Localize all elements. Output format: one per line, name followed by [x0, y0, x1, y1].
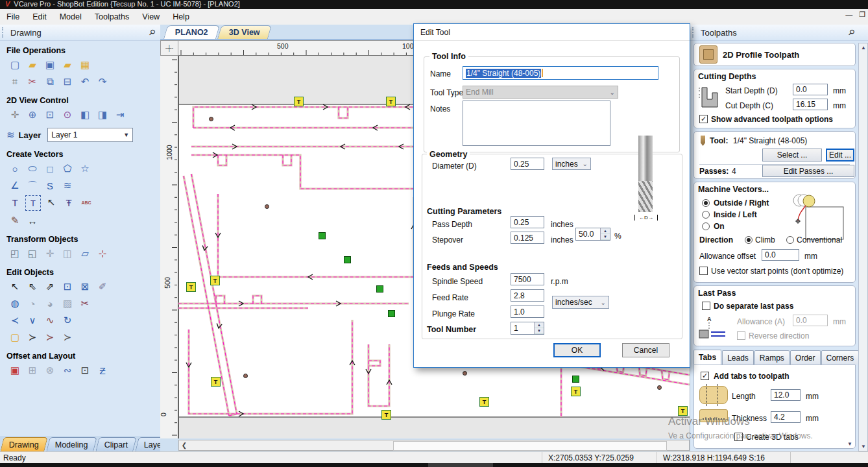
draw-ellipse-icon[interactable]: ⬭ — [25, 162, 40, 176]
layer-select[interactable]: Layer 1▼ — [47, 128, 133, 142]
stepover-input[interactable]: 0.125 — [511, 232, 544, 244]
drill-point-marker[interactable] — [243, 374, 248, 378]
paste-icon[interactable]: ⊟ — [60, 75, 75, 89]
import-file-icon[interactable]: ▰ — [60, 58, 75, 72]
redo-icon[interactable]: ↷ — [95, 75, 110, 89]
alignment-tools-icon[interactable]: ⊹ — [95, 246, 110, 261]
dimension-icon[interactable]: ↔ — [25, 213, 40, 228]
stepover-percent-spinner[interactable]: 50.0 ▲▼ — [575, 228, 610, 241]
tab-marker[interactable]: T — [381, 410, 391, 420]
start-point-marker[interactable] — [388, 310, 395, 317]
tab-marker[interactable]: T — [571, 387, 581, 396]
scroll-down-icon[interactable]: ▼ — [861, 444, 866, 449]
draw-star-icon[interactable]: ☆ — [78, 162, 92, 176]
text-on-curve-icon[interactable]: ABC — [79, 195, 93, 210]
scroll-left-icon[interactable]: ❮ — [179, 442, 189, 449]
edit-polyline-icon[interactable]: ▢ — [8, 330, 22, 344]
weld-vectors-icon[interactable]: ◍ — [8, 296, 22, 311]
draw-polygon-icon[interactable]: ⬠ — [60, 162, 75, 176]
array-copy-icon[interactable]: ⊞ — [25, 363, 40, 377]
options-tab-corners[interactable]: Corners — [821, 350, 860, 365]
panel-grip[interactable] — [692, 27, 697, 38]
start-point-marker[interactable] — [344, 256, 351, 263]
inside-left-radio[interactable] — [702, 211, 710, 219]
move-object-icon[interactable]: ◰ — [8, 246, 22, 261]
pin-icon[interactable]: ⚲ — [147, 27, 158, 38]
set-size-icon[interactable]: ◱ — [25, 246, 40, 261]
inner-scroll-down-icon[interactable]: ▼ — [847, 441, 852, 447]
menu-help[interactable]: Help — [166, 10, 196, 23]
dialog-title[interactable]: Edit Tool — [414, 24, 690, 41]
options-tab-tabs[interactable]: Tabs — [693, 350, 721, 365]
draw-arc-icon[interactable]: ⌒ — [25, 178, 40, 193]
tab-marker[interactable]: T — [479, 397, 489, 407]
mirror-object-icon[interactable]: ◫ — [60, 246, 75, 261]
cancel-button[interactable]: Cancel — [622, 343, 669, 357]
fillet-tool-icon[interactable]: ≺ — [8, 313, 22, 328]
block-copy-icon[interactable]: ⊡ — [78, 363, 92, 377]
minimize-icon[interactable]: — — [845, 10, 852, 19]
node-points-icon[interactable]: ∨ — [25, 313, 40, 328]
spin-up-icon[interactable]: ▲ — [601, 228, 610, 234]
drill-point-marker[interactable] — [265, 204, 269, 209]
pass-depth-input[interactable]: 0.25 — [511, 216, 544, 228]
on-radio[interactable] — [702, 222, 710, 230]
spin-down-icon[interactable]: ▼ — [535, 328, 544, 334]
copy-along-path-icon[interactable]: ∾ — [60, 363, 75, 377]
horizontal-scrollbar[interactable]: ❮ — [178, 440, 690, 451]
feed-unit-select[interactable]: inches/sec ⌄ — [552, 296, 609, 309]
menu-file[interactable]: File — [0, 10, 26, 23]
plunge-rate-input[interactable]: 1.0 — [511, 305, 544, 318]
node-edit-tool-icon[interactable]: ⇖ — [25, 280, 40, 294]
outside-right-radio[interactable] — [702, 199, 710, 207]
tab-clipart[interactable]: Clipart — [95, 437, 137, 451]
new-file-icon[interactable]: ▢ — [8, 58, 22, 72]
cut-icon[interactable]: ✂ — [25, 75, 40, 89]
panel-scrollbar[interactable]: ▲ ▼ — [858, 43, 868, 451]
subtract-vectors-icon[interactable]: ◔ — [25, 296, 40, 311]
restore-icon[interactable]: ❐ — [859, 10, 865, 19]
edit-passes-button[interactable]: Edit Passes ... — [762, 165, 854, 177]
circular-copy-icon[interactable]: ⊛ — [43, 363, 57, 377]
ungroup-objects-icon[interactable]: ⊠ — [78, 280, 92, 294]
spin-up-icon[interactable]: ▲ — [535, 322, 544, 328]
view-tab-3d-view[interactable]: 3D View — [217, 25, 272, 39]
scrollbar-thumb[interactable] — [393, 441, 667, 451]
spindle-speed-input[interactable]: 7500 — [511, 273, 544, 285]
save-file-icon[interactable]: ▣ — [43, 58, 57, 72]
menu-edit[interactable]: Edit — [26, 10, 53, 23]
tab-marker[interactable]: T — [294, 97, 304, 106]
diameter-unit-select[interactable]: inches ⌄ — [552, 158, 591, 170]
copy-icon[interactable]: ⧉ — [43, 75, 57, 89]
align-center-icon[interactable]: ✛ — [43, 246, 57, 261]
feed-rate-input[interactable]: 2.8 — [511, 289, 544, 302]
view-tab-plano2[interactable]: PLANO2 — [163, 25, 220, 39]
spin-down-icon[interactable]: ▼ — [601, 234, 610, 240]
cut-depth-input[interactable]: 16.15 — [793, 99, 828, 110]
draw-curve-icon[interactable]: S — [43, 178, 57, 193]
tab-drawing[interactable]: Drawing — [0, 437, 47, 451]
trim-to-point-icon[interactable]: ≻ — [43, 330, 57, 344]
zoom-fit-icon[interactable]: ◨ — [95, 108, 110, 122]
scroll-up-icon[interactable]: ▲ — [861, 45, 866, 51]
draw-text-icon[interactable]: T — [8, 195, 22, 210]
transform-select-icon[interactable]: ⇗ — [43, 280, 57, 294]
climb-radio[interactable] — [745, 236, 753, 244]
tab-length-input[interactable]: 12.0 — [771, 389, 801, 401]
draw-text-box-icon[interactable]: T — [25, 195, 41, 211]
menu-model[interactable]: Model — [53, 10, 88, 23]
start-point-marker[interactable] — [376, 285, 383, 293]
zoom-in-icon[interactable]: ⊕ — [25, 108, 40, 122]
drill-point-marker[interactable] — [209, 117, 213, 121]
draw-polyline-icon[interactable]: ∠ — [8, 178, 22, 193]
panel-grip[interactable] — [2, 27, 6, 38]
tab-modeling[interactable]: Modeling — [46, 437, 97, 451]
create-3d-tabs-checkbox[interactable] — [734, 433, 743, 441]
tab-marker[interactable]: T — [678, 406, 688, 416]
tool-name-input[interactable]: 1/4" Straight (48-005) — [463, 66, 658, 80]
start-point-marker[interactable] — [319, 232, 326, 239]
text-block-icon[interactable]: Ŧ — [62, 195, 76, 210]
ok-button[interactable]: OK — [553, 343, 601, 357]
tab-thickness-input[interactable]: 4.2 — [771, 411, 801, 423]
group-objects-icon[interactable]: ⊡ — [60, 280, 75, 294]
